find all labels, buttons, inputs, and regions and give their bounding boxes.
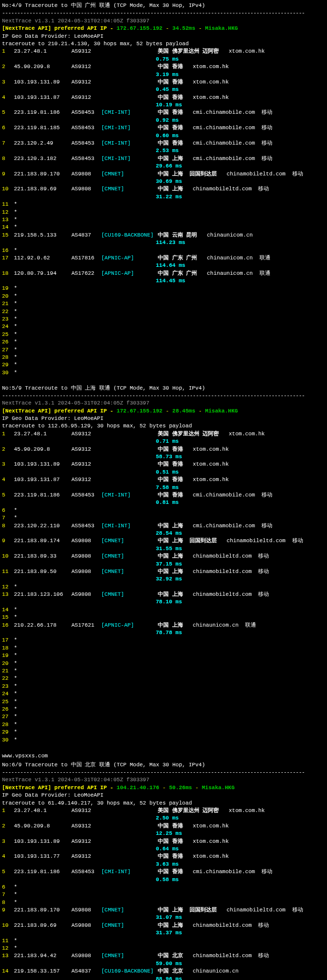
hop-timeout: 14* — [2, 224, 325, 231]
hop-timeout: 19* — [2, 285, 325, 292]
hop-timeout: 24* — [2, 323, 325, 330]
hop-latency: 0.51 ms — [2, 469, 325, 476]
hop-latency: 0.81 ms — [2, 499, 325, 506]
hop-row: 245.90.209.8AS9312中国 香港 xtom.com.hk — [2, 822, 325, 830]
hop-row: 9221.183.89.170AS9808[CMNET]中国 上海 回国到达层 … — [2, 906, 325, 914]
hop-row: 4103.193.131.77AS9312中国 香港 xtom.com.hk — [2, 853, 325, 860]
hop-row: 245.90.209.8AS9312中国 香港 xtom.com.hk — [2, 63, 325, 71]
hop-row: 123.27.48.1AS9312美国 佛罗里达州 迈阿密 xtom.com.h… — [2, 430, 325, 438]
hop-latency: 0.58 ms — [2, 876, 325, 884]
hop-latency: 3.63 ms — [2, 861, 325, 868]
hop-timeout: 12* — [2, 583, 325, 591]
hop-timeout: 11* — [2, 937, 325, 945]
hop-latency: 0.75 ms — [2, 56, 325, 63]
hop-row: 11221.183.89.50AS9808[CMNET]中国 上海 chinam… — [2, 568, 325, 575]
hop-latency: 31.07 ms — [2, 914, 325, 921]
hop-timeout: 17* — [2, 637, 325, 644]
hop-timeout: 6* — [2, 507, 325, 514]
hop-timeout: 24* — [2, 690, 325, 698]
hop-timeout: 20* — [2, 293, 325, 300]
hop-row: 13221.183.123.106AS9808[CMNET]中国 上海 chin… — [2, 591, 325, 598]
hop-timeout: 11* — [2, 201, 325, 208]
hop-row: 3103.193.131.89AS9312中国 香港 xtom.com.hk — [2, 838, 325, 845]
nexttrace-version: NextTrace v1.3.1 2024-05-31T02:04:05Z f3… — [2, 776, 325, 784]
hop-timeout: 19* — [2, 652, 325, 659]
hop-timeout: 29* — [2, 361, 325, 369]
hop-latency: 29.66 ms — [2, 163, 325, 170]
hop-timeout: 30* — [2, 369, 325, 377]
hop-timeout: 26* — [2, 338, 325, 346]
hop-row: 8223.120.3.182AS58453[CMI-INT]中国 上海 cmi.… — [2, 155, 325, 163]
hop-row: 17112.92.0.62AS17816[APNIC-AP]中国 广东 广州 c… — [2, 254, 325, 262]
trace-target: traceroute to 61.49.140.217, 30 hops max… — [2, 800, 325, 807]
hop-row: 10221.183.89.33AS9808[CMNET]中国 上海 chinam… — [2, 553, 325, 560]
geo-provider: IP Geo Data Provider: LeoMoeAPI — [2, 415, 325, 422]
watermark-text: www.vpsxxs.com — [2, 751, 325, 761]
hop-latency: 78.78 ms — [2, 629, 325, 637]
hop-latency: 58.73 ms — [2, 453, 325, 461]
nexttrace-version: NextTrace v1.3.1 2024-05-31T02:04:05Z f3… — [2, 400, 325, 407]
hop-timeout: 21* — [2, 667, 325, 675]
hop-latency: 28.54 ms — [2, 530, 325, 537]
geo-provider: IP Geo Data Provider: LeoMoeAPI — [2, 792, 325, 799]
trace-target: traceroute to 210.21.4.130, 30 hops max,… — [2, 40, 325, 48]
hop-row: 14219.158.33.157AS4837[CU169-BACKBONE]中国… — [2, 968, 325, 975]
hop-timeout: 7* — [2, 891, 325, 898]
hop-timeout: 28* — [2, 354, 325, 361]
hop-latency: 0.71 ms — [2, 438, 325, 445]
hop-row: 16210.22.66.178AS17621[APNIC-AP]中国 上海 ch… — [2, 622, 325, 629]
hop-latency: 0.45 ms — [2, 86, 325, 93]
hop-row: 6223.119.81.185AS58453[CMI-INT]中国 香港 cmi… — [2, 124, 325, 132]
hop-latency: 12.25 ms — [2, 830, 325, 837]
hop-timeout: 12* — [2, 945, 325, 952]
hop-timeout: 14* — [2, 606, 325, 614]
nexttrace-version: NextTrace v1.3.1 2024-05-31T02:04:05Z f3… — [2, 17, 325, 25]
hop-latency: 31.55 ms — [2, 545, 325, 553]
hop-row: 3103.193.131.89AS9312中国 香港 xtom.com.hk — [2, 461, 325, 468]
hop-row: 5223.119.81.186AS58453[CMI-INT]中国 香港 cmi… — [2, 109, 325, 116]
hop-row: 245.90.209.8AS9312中国 香港 xtom.com.hk — [2, 446, 325, 453]
hop-timeout: 15* — [2, 614, 325, 621]
hop-row: 4103.193.131.87AS9312中国 香港 xtom.com.hk — [2, 476, 325, 484]
hop-row: 7223.120.2.49AS58453[CMI-INT]中国 香港 cmi.c… — [2, 140, 325, 147]
hop-latency: 0.92 ms — [2, 117, 325, 124]
hop-row: 15219.158.5.133AS4837[CU169-BACKBONE]中国 … — [2, 232, 325, 239]
geo-provider: IP Geo Data Provider: LeoMoeAPI — [2, 33, 325, 40]
hop-latency: 32.92 ms — [2, 575, 325, 583]
hop-row: 4103.193.131.87AS9312中国 香港 xtom.com.hk — [2, 94, 325, 101]
hop-row: 5223.119.81.186AS58453[CMI-INT]中国 香港 cmi… — [2, 491, 325, 499]
hop-row: 10221.183.89.69AS9808[CMNET]中国 上海 chinam… — [2, 185, 325, 193]
section-title: No:4/9 Traceroute to 中国 广州 联通 (TCP Mode,… — [2, 2, 325, 9]
hop-latency: 7.58 ms — [2, 484, 325, 491]
blank-line — [2, 744, 325, 751]
section-title: No:5/9 Traceroute to 中国 上海 联通 (TCP Mode,… — [2, 385, 325, 392]
hop-timeout: 8* — [2, 899, 325, 906]
hop-timeout: 29* — [2, 729, 325, 736]
hop-row: 5223.119.81.186AS58453[CMI-INT]中国 香港 cmi… — [2, 868, 325, 876]
hop-timeout: 22* — [2, 675, 325, 682]
separator: ----------------------------------------… — [2, 392, 325, 400]
hop-timeout: 25* — [2, 698, 325, 706]
hop-latency: 37.15 ms — [2, 561, 325, 568]
hop-row: 13221.183.94.42AS9808[CMNET]中国 北京 chinam… — [2, 952, 325, 960]
hop-timeout: 7* — [2, 514, 325, 522]
hop-latency: 0.64 ms — [2, 845, 325, 853]
hop-latency: 10.19 ms — [2, 101, 325, 109]
hop-latency: 2.50 ms — [2, 815, 325, 822]
hop-row: 9221.183.89.170AS9808[CMNET]中国 上海 回国到达层 … — [2, 170, 325, 178]
hop-latency: 3.19 ms — [2, 71, 325, 79]
hop-timeout: 27* — [2, 346, 325, 354]
hop-timeout: 23* — [2, 316, 325, 323]
hop-latency: 114.45 ms — [2, 277, 325, 285]
section-title: No:6/9 Traceroute to 中国 北京 联通 (TCP Mode,… — [2, 761, 325, 769]
hop-timeout: 26* — [2, 706, 325, 713]
hop-row: 123.27.48.1AS9312美国 佛罗里达州 迈阿密 xtom.com.h… — [2, 807, 325, 815]
separator: ----------------------------------------… — [2, 769, 325, 776]
hop-row: 9221.183.89.174AS9808[CMNET]中国 上海 回国到达层 … — [2, 537, 325, 545]
hop-timeout: 18* — [2, 645, 325, 652]
hop-row: 3103.193.131.89AS9312中国 香港 xtom.com.hk — [2, 79, 325, 86]
hop-row: 8223.120.22.110AS58453[CMI-INT]中国 上海 cmi… — [2, 522, 325, 530]
hop-timeout: 23* — [2, 683, 325, 690]
api-line: [NextTrace API] preferred API IP - 104.2… — [2, 784, 325, 792]
hop-timeout: 6* — [2, 884, 325, 891]
